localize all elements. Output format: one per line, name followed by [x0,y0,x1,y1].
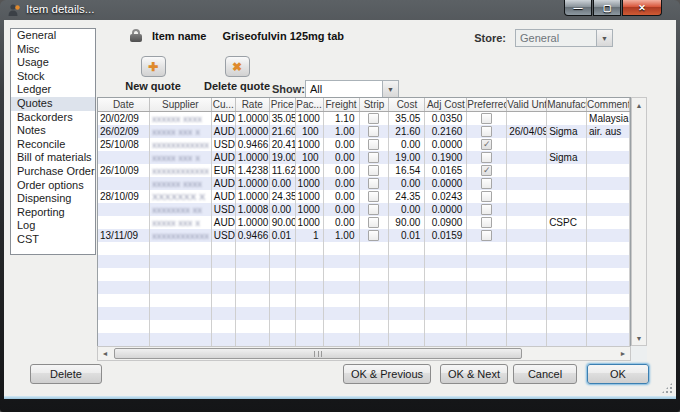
table-row[interactable]: xxxxxx xxxxAUD1.00000.0010000.000.000.00… [98,177,630,190]
cell-price [270,242,296,255]
preferred-checkbox[interactable] [481,152,492,163]
column-header-manufacturer[interactable]: Manufact... [547,98,587,111]
table-row[interactable]: 26/02/09xxxxx xxx xAUD1.000021.601001.00… [98,125,630,138]
sidebar-item-quotes[interactable]: Quotes [11,97,95,111]
column-header-currency[interactable]: Cu... [212,98,236,111]
cell-freight [324,307,360,320]
cell-date: 26/02/09 [98,125,150,138]
preferred-checkbox[interactable] [481,217,492,228]
table-row[interactable]: xxxxx xxx xAUD1.000090.0010000.0090.000.… [98,216,630,229]
strip-checkbox[interactable] [368,178,379,189]
chevron-down-icon[interactable]: ▼ [596,30,612,46]
scroll-left-icon[interactable]: ◄ [98,347,112,360]
strip-checkbox[interactable] [368,217,379,228]
strip-checkbox[interactable] [368,230,379,241]
horizontal-scrollbar[interactable]: ◄ ► [97,346,631,361]
ok-next-button[interactable]: OK & Next [440,364,508,384]
sidebar-item-ledger[interactable]: Ledger [11,83,95,97]
table-row[interactable]: 28/10/09XXXXXXX XAUD1.000024.3510000.002… [98,190,630,203]
delete-quote-button[interactable]: ✖ Delete quote [196,56,278,92]
scroll-right-icon[interactable]: ► [616,347,630,360]
sidebar-item-stock[interactable]: Stock [11,70,95,84]
cell-pack: 1 [296,229,324,242]
cell-manufacturer [547,255,587,268]
cell-manufacturer: Sigma [547,125,587,138]
column-header-pack[interactable]: Pac... [296,98,324,111]
delete-button[interactable]: Delete [30,364,102,384]
scroll-up-icon[interactable]: ▲ [632,98,646,112]
sidebar-item-bill-of-materials[interactable]: Bill of materials [11,151,95,165]
column-header-rate[interactable]: Rate [236,98,270,111]
column-header-adj_cost[interactable]: Adj Cost [425,98,467,111]
sidebar-item-general[interactable]: General [11,29,95,43]
close-button[interactable]: ✕ [622,0,662,16]
preferred-checkbox[interactable] [481,230,492,241]
sidebar-item-order-options[interactable]: Order options [11,179,95,193]
cell-preferred [467,281,507,294]
minimize-button[interactable]: — [564,0,592,16]
table-row[interactable]: 26/10/09xxxxxxxxxxxxEUR1.423811.6210000.… [98,164,630,177]
chevron-down-icon[interactable]: ▼ [382,81,398,97]
table-row[interactable]: 25/10/08xxxxxxxxxxxxUSD0.946620.4110000.… [98,138,630,151]
sidebar-item-reconcile[interactable]: Reconcile [11,138,95,152]
preferred-checkbox[interactable] [481,191,492,202]
sidebar-item-log[interactable]: Log [11,219,95,233]
sidebar-item-dispensing[interactable]: Dispensing [11,192,95,206]
column-header-price[interactable]: Price [270,98,296,111]
preferred-checkbox[interactable]: ✓ [481,165,492,176]
sidebar-item-notes[interactable]: Notes [11,124,95,138]
cell-freight: 0.00 [324,216,360,229]
column-header-freight[interactable]: Freight [324,98,360,111]
resize-grip[interactable] [661,382,673,394]
strip-checkbox[interactable] [368,152,379,163]
cell-preferred [467,112,507,125]
preferred-checkbox[interactable] [481,178,492,189]
cell-manufacturer [547,307,587,320]
table-row[interactable]: xxxxx xxx xAUD1.000019.001000.0019.000.1… [98,151,630,164]
cell-strip [360,294,390,307]
sidebar-item-reporting[interactable]: Reporting [11,206,95,220]
cell-rate [236,255,270,268]
scroll-down-icon[interactable]: ▼ [632,331,646,345]
show-filter-select[interactable]: All ▼ [305,80,399,98]
preferred-checkbox[interactable] [481,113,492,124]
strip-checkbox[interactable] [368,165,379,176]
ok-button[interactable]: OK [587,364,649,384]
new-quote-button[interactable]: ✚ New quote [112,56,194,92]
table-row[interactable]: 20/02/09xxxxxx xxxxAUD1.000035.0510001.1… [98,112,630,125]
column-header-supplier[interactable]: Supplier [150,98,212,111]
title-bar[interactable]: Item details... — ▢ ✕ [0,0,680,20]
cell-cost: 19.00 [389,151,425,164]
scrollbar-thumb[interactable] [114,348,522,359]
cancel-button[interactable]: Cancel [513,364,577,384]
table-row[interactable]: 13/11/09xxxxxxxxxxxxUSD0.94660.0111.000.… [98,229,630,242]
column-header-preferred[interactable]: Preferred [467,98,507,111]
column-header-valid_until[interactable]: Valid Until [507,98,547,111]
sidebar-item-misc[interactable]: Misc [11,43,95,57]
column-header-date[interactable]: Date [98,98,150,111]
preferred-checkbox[interactable] [481,204,492,215]
column-header-comment[interactable]: Comment [587,98,630,111]
sidebar-item-backorders[interactable]: Backorders [11,111,95,125]
maximize-button[interactable]: ▢ [593,0,621,16]
column-header-cost[interactable]: Cost [389,98,425,111]
strip-checkbox[interactable] [368,126,379,137]
table-row-empty [98,281,630,294]
sidebar-item-cst[interactable]: CST [11,233,95,247]
cell-valid_until [507,216,547,229]
table-row[interactable]: xxxxxxxx xxUSD1.00080.0010000.000.000.00… [98,203,630,216]
ok-previous-button[interactable]: OK & Previous [343,364,431,384]
strip-checkbox[interactable] [368,204,379,215]
cell-currency [212,320,236,333]
cell-pack: 1000 [296,216,324,229]
store-select[interactable]: General ▼ [515,29,613,47]
column-header-strip[interactable]: Strip [360,98,390,111]
sidebar-item-usage[interactable]: Usage [11,56,95,70]
strip-checkbox[interactable] [368,139,379,150]
vertical-scrollbar[interactable]: ▲ ▼ [631,97,647,346]
strip-checkbox[interactable] [368,113,379,124]
sidebar-item-purchase-orders[interactable]: Purchase Orders [11,165,95,179]
strip-checkbox[interactable] [368,191,379,202]
preferred-checkbox[interactable]: ✓ [481,139,492,150]
preferred-checkbox[interactable] [481,126,492,137]
